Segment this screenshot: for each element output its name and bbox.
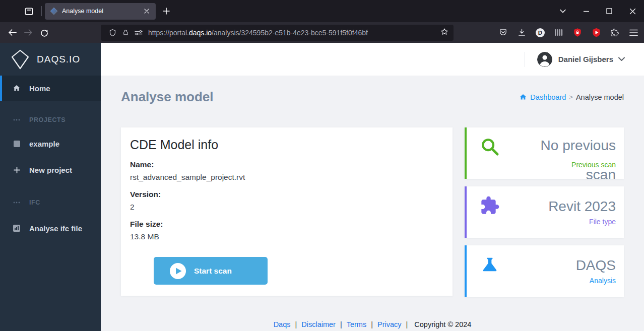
bar-chart-icon [11,225,22,232]
sidebar-item-example-project[interactable]: example [0,136,101,151]
user-name[interactable]: Daniel Gijsbers [558,55,613,63]
minimize-icon [583,8,590,15]
analysis-subtitle: Analysis [590,277,616,285]
file-type-text: Revit 2023 File type [548,186,616,238]
url-text[interactable]: https://portal.daqs.io/analysis/324595b2… [148,29,440,37]
footer-separator: | [340,320,342,328]
bookmark-star-icon[interactable] [440,28,448,38]
field-value: 13.8 MB [130,232,443,241]
start-scan-label: Start scan [194,267,232,276]
url-bar[interactable]: https://portal.daqs.io/analysis/324595b2… [101,25,454,41]
page-title: Analyse model [121,89,214,105]
footer-link-privacy[interactable]: Privacy [377,320,402,328]
sidebar-item-label: example [29,140,59,148]
navigation-toolbar: https://portal.daqs.io/analysis/324595b2… [0,22,644,43]
footer-separator: | [371,320,373,328]
main-area: Daniel Gijsbers Analyse model Dashboard … [101,43,644,331]
analysis-text: DAQS Analysis [576,245,616,297]
adblock-shield-icon[interactable] [571,27,584,39]
breadcrumb: Dashboard > Analyse model [519,93,624,101]
footer-copyright: Copyright © 2024 [414,320,471,328]
sidebar-section-ifc: IFC [0,197,101,208]
new-tab-button[interactable] [159,4,174,19]
sidebar-section-projects: PROJECTS [0,115,101,125]
minimize-button[interactable] [574,0,598,22]
back-arrow-icon [8,29,17,36]
sidebar-item-analyse-ifc[interactable]: Analyse ifc file [0,221,101,236]
field-label: Name: [130,160,443,169]
close-window-button[interactable] [621,0,644,22]
fence-extension-icon[interactable] [553,27,565,39]
extension-toolbar: D [497,27,639,39]
field-name: Name: rst_advanced_sample_project.rvt [130,160,443,182]
field-file-size: File size: 13.8 MB [130,220,443,241]
menu-hamburger-icon[interactable] [627,27,639,39]
permissions-icon[interactable] [132,28,145,38]
sidebar-item-label: Home [29,84,50,93]
user-menu-chevron-icon[interactable] [618,57,625,61]
plus-icon [11,167,22,173]
sidebar-section-label: IFC [29,199,40,206]
previous-scan-title-line1: No previous [541,138,616,154]
url-prefix: https://portal. [148,29,189,37]
search-icon [480,137,500,159]
sidebar: DAQS.IO Home PROJECTS example [0,43,101,331]
window-controls [551,0,644,22]
breadcrumb-dashboard-link[interactable]: Dashboard [530,93,566,101]
footer: Daqs | Disclaimer | Terms | Privacy | Co… [121,320,624,328]
sidebar-item-home[interactable]: Home [0,76,101,101]
breadcrumb-separator: > [569,93,573,101]
logo-text: DAQS.IO [37,54,80,65]
list-tabs-button[interactable] [551,0,574,22]
maximize-icon [606,8,612,14]
back-button[interactable] [4,25,20,40]
lock-icon[interactable] [119,28,132,38]
firefox-view-icon [24,7,34,16]
avatar[interactable] [537,52,552,67]
file-type-title: Revit 2023 [548,198,616,215]
model-info-card: CDE Model info Name: rst_advanced_sample… [121,127,453,296]
flask-icon [480,254,500,277]
start-scan-button[interactable]: Start scan [154,257,268,285]
firefox-view-button[interactable] [20,4,37,19]
footer-link-terms[interactable]: Terms [347,320,366,328]
plus-icon [163,8,170,15]
sidebar-section-label: PROJECTS [29,116,66,123]
tracking-shield-icon[interactable] [106,28,119,38]
file-type-card: Revit 2023 File type [465,186,624,238]
forward-button[interactable] [20,25,36,40]
previous-scan-title-line2: scan [586,167,616,179]
footer-link-daqs[interactable]: Daqs [274,320,291,328]
reload-button[interactable] [36,25,52,40]
browser-tab[interactable]: Analyse model [45,3,156,20]
footer-link-disclaimer[interactable]: Disclaimer [301,320,336,328]
dark-reader-icon[interactable]: D [534,27,546,39]
sidebar-item-label: Analyse ifc file [29,224,82,233]
sidebar-item-new-project[interactable]: New project [0,162,101,177]
footer-separator: | [406,320,408,328]
footer-separator: | [295,320,297,328]
field-version: Version: 2 [130,190,443,212]
breadcrumb-home-icon[interactable] [519,93,527,101]
dots-icon [11,202,22,204]
file-type-subtitle: File type [589,218,616,226]
logo[interactable]: DAQS.IO [0,43,101,76]
extensions-puzzle-icon[interactable] [609,27,621,39]
tab-title: Analyse model [62,8,142,15]
maximize-button[interactable] [598,0,621,22]
reload-icon [40,29,48,37]
pocket-icon[interactable] [497,27,509,39]
browser-window: Analyse model [0,0,644,331]
tab-close-icon[interactable] [142,6,152,16]
downloads-icon[interactable] [516,27,528,39]
previous-scan-card: No previous Previous scan scan [465,127,624,179]
analysis-title: DAQS [576,257,616,274]
url-path: /analysis/324595b2-e51b-4e23-bce5-591f5f… [212,29,368,37]
field-value: rst_advanced_sample_project.rvt [130,173,443,182]
youtube-enhancer-icon[interactable] [590,27,602,39]
puzzle-icon [480,195,500,218]
daqs-diamond-logo-icon [11,49,29,70]
chevron-down-icon [559,8,566,15]
page-content: Analyse model Dashboard > Analyse model … [101,76,644,331]
forward-arrow-icon [24,29,33,36]
